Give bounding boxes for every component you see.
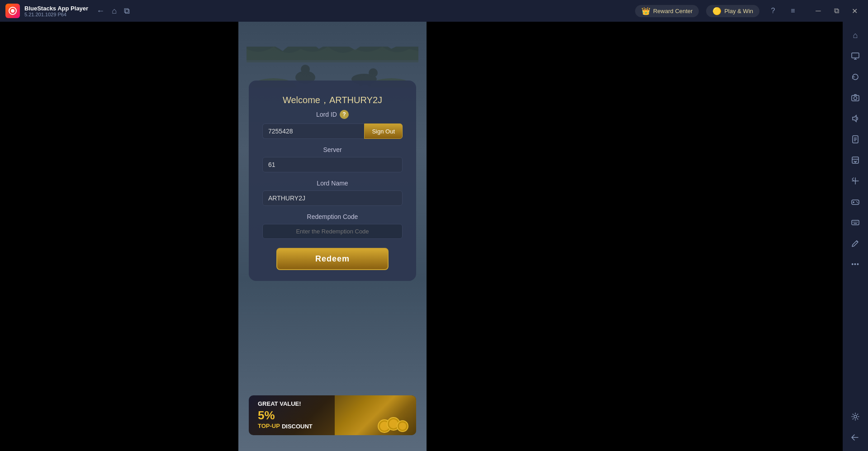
sidebar-volume-icon[interactable] xyxy=(846,109,864,128)
redemption-code-label: Redemption Code xyxy=(307,213,358,220)
titlebar: BlueStacks App Player 5.21.201.1029 P64 … xyxy=(0,0,868,22)
right-sidebar: ⌂ ••• xyxy=(843,22,868,451)
lord-name-input[interactable] xyxy=(262,190,403,206)
sign-out-button[interactable]: Sign Out xyxy=(364,123,403,139)
svg-point-33 xyxy=(856,201,857,202)
play-win-label: Play & Win xyxy=(724,8,753,14)
redemption-code-input[interactable] xyxy=(262,224,403,239)
lord-id-help-icon[interactable]: ? xyxy=(340,110,349,119)
back-button[interactable]: ← xyxy=(96,6,104,16)
main-area: Welcome，ARTHURY2J Lord ID ? Sign Out Ser… xyxy=(0,22,868,451)
banner-topup: TOP-UP xyxy=(258,423,280,431)
maximize-button[interactable]: ⧉ xyxy=(828,5,844,17)
svg-point-22 xyxy=(854,97,857,100)
sidebar-edit-icon[interactable] xyxy=(846,234,864,252)
app-version: 5.21.201.1029 P64 xyxy=(24,12,88,17)
lord-id-input-row: Sign Out xyxy=(262,123,403,139)
sidebar-home-icon[interactable]: ⌂ xyxy=(846,26,864,44)
lord-id-input[interactable] xyxy=(262,123,364,139)
right-panel xyxy=(427,22,868,451)
svg-rect-18 xyxy=(852,53,859,58)
welcome-title: Welcome，ARTHURY2J xyxy=(283,94,382,106)
menu-button[interactable]: ≡ xyxy=(787,5,799,17)
sidebar-back-icon[interactable] xyxy=(846,428,864,446)
sidebar-more-icon[interactable]: ••• xyxy=(846,255,864,273)
sidebar-camera-icon[interactable] xyxy=(846,89,864,107)
sidebar-gamepad-icon[interactable] xyxy=(846,193,864,211)
svg-point-1 xyxy=(11,9,14,13)
play-win-button[interactable]: 🟡 Play & Win xyxy=(706,5,759,17)
sidebar-keyboard-icon[interactable] xyxy=(846,214,864,232)
sidebar-apk-icon[interactable] xyxy=(846,130,864,148)
window-controls: ─ ⧉ ✕ xyxy=(810,5,863,17)
nav-controls: ← ⌂ ⧉ xyxy=(96,6,130,16)
home-button[interactable]: ⌂ xyxy=(112,6,117,16)
svg-point-17 xyxy=(399,423,406,430)
reward-center-button[interactable]: 👑 Reward Center xyxy=(635,5,699,17)
help-button[interactable]: ? xyxy=(767,5,779,17)
sidebar-resize-icon[interactable] xyxy=(846,172,864,190)
lord-id-row: Lord ID ? xyxy=(316,110,349,119)
reward-center-icon: 👑 xyxy=(641,7,650,15)
svg-point-34 xyxy=(857,202,858,203)
tab-button[interactable]: ⧉ xyxy=(124,6,130,16)
svg-point-15 xyxy=(389,419,398,428)
lord-id-label: Lord ID xyxy=(316,111,337,118)
sidebar-settings-icon[interactable] xyxy=(846,408,864,426)
redemption-modal: Welcome，ARTHURY2J Lord ID ? Sign Out Ser… xyxy=(249,81,416,281)
close-button[interactable]: ✕ xyxy=(846,5,863,17)
svg-marker-23 xyxy=(853,115,856,122)
left-panel xyxy=(0,22,238,451)
game-panel: Welcome，ARTHURY2J Lord ID ? Sign Out Ser… xyxy=(238,22,427,451)
app-logo xyxy=(5,4,20,18)
svg-point-41 xyxy=(854,415,857,418)
svg-rect-35 xyxy=(852,220,859,225)
banner-discount: DISCOUNT xyxy=(282,423,313,431)
lord-name-label: Lord Name xyxy=(317,180,348,187)
banner-percent: 5% xyxy=(258,408,275,423)
sidebar-monitor-icon[interactable] xyxy=(846,47,864,65)
redeem-button[interactable]: Redeem xyxy=(276,248,389,270)
minimize-button[interactable]: ─ xyxy=(810,5,826,17)
svg-point-9 xyxy=(369,68,378,77)
sidebar-rotate-icon[interactable] xyxy=(846,68,864,86)
server-input[interactable] xyxy=(262,157,403,172)
promo-banner[interactable]: GREAT VALUE! 5% TOP-UP DISCOUNT xyxy=(249,395,416,435)
reward-center-label: Reward Center xyxy=(653,8,693,14)
app-name: BlueStacks App Player xyxy=(24,5,88,12)
sidebar-screenshot-icon[interactable] xyxy=(846,151,864,169)
svg-point-5 xyxy=(301,65,310,74)
titlebar-right: 👑 Reward Center 🟡 Play & Win ? ≡ ─ ⧉ ✕ xyxy=(635,5,863,17)
server-label: Server xyxy=(323,146,342,153)
banner-great-value: GREAT VALUE! xyxy=(258,400,313,408)
play-win-icon: 🟡 xyxy=(712,7,721,15)
